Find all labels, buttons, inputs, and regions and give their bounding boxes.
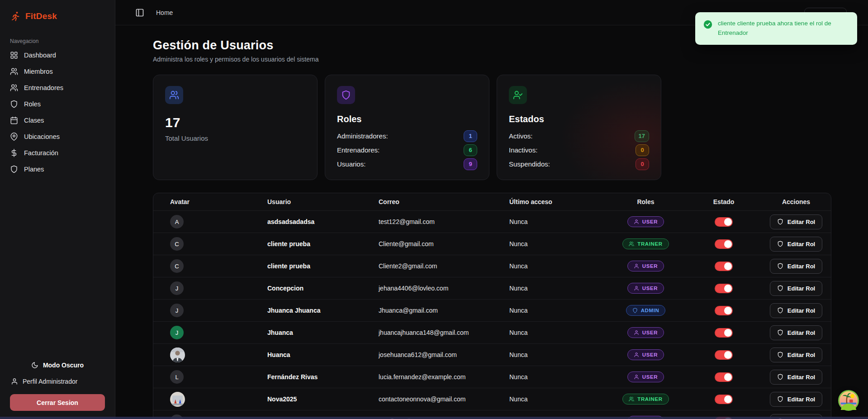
role-badge: USER [627,371,664,382]
check-circle-icon [703,20,712,29]
role-icon [634,219,639,224]
user-email: contactoneonnova@gmail.com [379,395,509,403]
stat-label: Administradores: [337,132,388,140]
user-email: Jhuanca@gmail.com [379,307,509,314]
status-toggle[interactable] [715,395,733,404]
edit-role-button[interactable]: Editar Rol [770,348,822,362]
status-toggle[interactable] [715,306,733,315]
toggle-knob [724,240,732,248]
edit-role-button[interactable]: Editar Rol [770,370,822,385]
bottom-scroll-strip[interactable] [0,417,868,419]
user-name: Huanca [267,351,379,358]
status-toggle[interactable] [715,350,733,360]
sidebar-item-ubicaciones[interactable]: Ubicaciones [0,129,115,145]
logout-button[interactable]: Cerrar Sesion [10,394,105,411]
role-badge: USER [627,283,664,294]
toggle-knob [724,218,732,226]
success-toast: cliente cliente prueba ahora tiene el ro… [695,12,857,45]
dark-mode-toggle[interactable]: Modo Oscuro [0,358,115,372]
count-badge: 1 [464,130,477,142]
states-card-title: Estados [509,114,649,124]
roles-card-title: Roles [337,114,477,124]
toggle-knob [724,351,732,359]
users-table: Avatar Usuario Correo Último acceso Role… [153,193,831,419]
sidebar-item-planes[interactable]: Planes [0,161,115,177]
stat-row: Entrenadores: 6 [337,143,477,157]
brand[interactable]: FitDesk [0,0,115,26]
sidebar-item-label: Ubicaciones [24,133,60,140]
edit-role-button[interactable]: Editar Rol [770,281,822,296]
sidebar-nav: Dashboard Miembros Entrenadores Roles Cl… [0,47,115,177]
user-email: josehuanca612@gmail.com [379,351,509,358]
edit-role-button[interactable]: Editar Rol [770,214,822,229]
map-pin-icon [10,133,18,141]
last-access: Nunca [509,351,604,358]
runner-icon [10,11,21,22]
last-access: Nunca [509,285,604,292]
user-email: Cliente@gmail.com [379,240,509,248]
avatar: J [170,326,184,339]
card-states: Estados Activos: 17 Inactivos: 0 Suspend… [497,75,661,180]
role-label: USER [642,286,658,291]
col-avatar: Avatar [170,198,267,205]
sidebar-item-dashboard[interactable]: Dashboard [0,47,115,63]
edit-role-label: Editar Rol [787,374,815,381]
total-users-label: Total Usuarios [165,134,305,142]
sidebar-item-entrenadores[interactable]: Entrenadores [0,80,115,96]
role-icon [634,286,639,291]
users-icon [165,86,183,104]
sidebar-item-label: Dashboard [24,52,56,59]
status-toggle[interactable] [715,328,733,338]
stat-label: Suspendidos: [509,160,550,168]
role-icon [634,352,639,357]
shield-icon [10,165,18,173]
stat-label: Inactivos: [509,146,537,154]
profile-link[interactable]: Perfil Administrador [0,372,115,390]
role-label: USER [642,263,658,269]
col-estado: Estado [687,198,760,205]
sidebar-item-facturacion[interactable]: Facturación [0,145,115,161]
edit-role-button[interactable]: Editar Rol [770,237,822,252]
edit-role-button[interactable]: Editar Rol [770,392,822,407]
col-roles: Roles [604,198,687,205]
edit-role-button[interactable]: Editar Rol [770,259,822,274]
moon-icon [31,362,38,369]
table-row: C cliente prueba Cliente2@gmail.com Nunc… [153,255,831,277]
edit-role-button[interactable]: Editar Rol [770,303,822,318]
last-access: Nunca [509,373,604,381]
user-name: Concepcion [267,285,379,292]
edit-role-label: Editar Rol [787,285,815,292]
role-badge: USER [627,349,664,360]
count-badge: 0 [636,144,649,156]
status-toggle[interactable] [715,372,733,382]
sidebar-item-label: Miembros [24,68,53,75]
sidebar-item-roles[interactable]: Roles [0,96,115,112]
toggle-knob [724,373,732,381]
user-name: Fernández Rivas [267,373,379,381]
table-header: Avatar Usuario Correo Último acceso Role… [153,193,831,210]
stat-label: Activos: [509,132,533,140]
states-card-rows: Activos: 17 Inactivos: 0 Suspendidos: 0 [509,129,649,171]
role-icon [634,263,639,269]
avatar: C [170,259,184,273]
breadcrumb[interactable]: Home [156,9,173,16]
stat-row: Inactivos: 0 [509,143,649,157]
toggle-knob [724,329,732,337]
edit-role-button[interactable]: Editar Rol [770,325,822,340]
status-toggle[interactable] [715,262,733,271]
island-widget-button[interactable] [838,390,859,411]
avatar: L [170,370,184,384]
role-badge: TRAINER [622,394,669,405]
users-icon [10,67,18,76]
count-badge: 17 [635,130,649,142]
user-icon [11,378,18,385]
role-badge: USER [627,261,664,271]
status-toggle[interactable] [715,239,733,249]
sidebar-item-miembros[interactable]: Miembros [0,63,115,80]
grid-icon [10,51,18,59]
status-toggle[interactable] [715,217,733,227]
status-toggle[interactable] [715,284,733,293]
sidebar-toggle-icon[interactable] [135,8,144,17]
sidebar-item-clases[interactable]: Clases [0,112,115,129]
sidebar-item-label: Facturación [24,149,58,157]
